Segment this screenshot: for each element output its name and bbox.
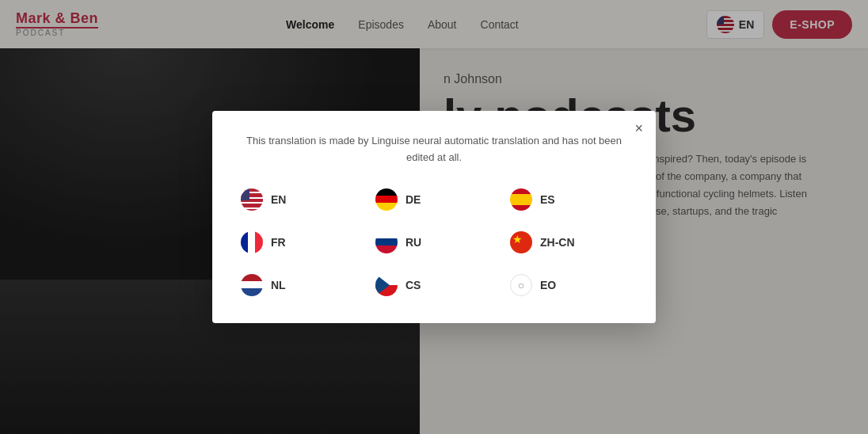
lang-option-de[interactable]: DE xyxy=(371,185,497,214)
flag-eo-icon: ○ xyxy=(510,274,532,296)
language-modal: × This translation is made by Linguise n… xyxy=(212,111,656,323)
flag-nl-icon xyxy=(241,274,263,296)
lang-option-ru[interactable]: RU xyxy=(371,228,497,257)
flag-fr-icon xyxy=(241,231,263,253)
language-grid: EN DE ES FR xyxy=(236,185,632,299)
lang-code-fr: FR xyxy=(271,236,286,249)
lang-code-es: ES xyxy=(540,193,555,206)
flag-ru-icon xyxy=(375,231,398,253)
modal-overlay: × This translation is made by Linguise n… xyxy=(0,0,868,434)
lang-code-nl: NL xyxy=(271,279,286,291)
flag-zh-icon xyxy=(510,231,532,253)
lang-code-ru: RU xyxy=(405,236,421,249)
lang-option-zh[interactable]: ZH-CN xyxy=(505,228,632,257)
flag-es-icon xyxy=(510,188,532,211)
lang-code-en: EN xyxy=(271,193,286,206)
lang-option-fr[interactable]: FR xyxy=(236,228,363,257)
modal-info-text: This translation is made by Linguise neu… xyxy=(236,133,632,166)
flag-cs-icon xyxy=(375,274,398,296)
lang-code-eo: EO xyxy=(540,279,556,291)
lang-option-cs[interactable]: CS xyxy=(371,271,497,299)
lang-option-es[interactable]: ES xyxy=(505,185,632,214)
modal-close-button[interactable]: × xyxy=(634,120,643,137)
lang-option-nl[interactable]: NL xyxy=(236,271,363,299)
flag-de-icon xyxy=(375,188,398,211)
lang-option-eo[interactable]: ○ EO xyxy=(505,271,632,299)
lang-option-en[interactable]: EN xyxy=(236,185,363,214)
lang-code-de: DE xyxy=(405,193,421,206)
lang-code-cs: CS xyxy=(405,279,421,291)
flag-en-icon xyxy=(241,188,263,211)
lang-code-zh: ZH-CN xyxy=(540,236,575,249)
